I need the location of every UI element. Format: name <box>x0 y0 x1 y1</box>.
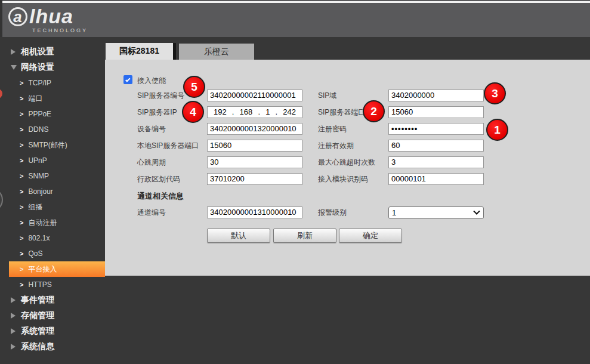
alarm-level-select[interactable]: 1 <box>388 206 484 219</box>
refresh-button[interactable]: 刷新 <box>273 229 336 243</box>
ip-octet: 192 <box>214 107 227 118</box>
sip-server-id-field[interactable]: 34020000002110000001 <box>207 90 302 101</box>
sidebar-item-bonjour[interactable]: Bonjour <box>0 184 105 199</box>
chevron-right-icon <box>20 126 23 133</box>
register-password-label: 注册密码 <box>318 123 347 135</box>
dahua-logo-rest: lhua <box>29 5 73 28</box>
annotation-badge-4: 4 <box>182 101 204 123</box>
header-top-line <box>2 1 590 3</box>
triangle-right-icon <box>11 344 16 350</box>
sidebar-item-label: SMTP(邮件) <box>28 140 67 150</box>
access-module-id-label: 接入模块识别码 <box>318 173 368 185</box>
local-sip-port-field[interactable]: 15060 <box>207 140 302 152</box>
sidebar-item-label: UPnP <box>28 156 47 165</box>
alarm-level-value: 1 <box>392 208 396 217</box>
chevron-right-icon <box>20 203 23 211</box>
sidebar-item-label: HTTPS <box>28 280 51 289</box>
sidebar-group-storage[interactable]: 存储管理 <box>0 308 105 323</box>
sidebar-group-label: 系统管理 <box>21 326 54 337</box>
sidebar-group-label: 网络设置 <box>21 62 54 73</box>
admin-region-code-field[interactable]: 37010200 <box>207 173 302 185</box>
channel-id-field[interactable]: 34020000001310000010 <box>207 206 302 218</box>
ip-octet: 1 <box>265 107 270 118</box>
register-valid-period-field[interactable]: 60 <box>388 140 484 152</box>
header-corner <box>0 0 2 37</box>
sidebar-item-multicast[interactable]: 组播 <box>0 199 105 215</box>
sidebar-item-label: TCP/IP <box>28 79 51 87</box>
channel-id-label: 通道编号 <box>137 206 166 218</box>
chevron-right-icon <box>20 219 23 226</box>
sidebar-item-label: 组播 <box>28 202 42 212</box>
max-heartbeat-timeouts-field[interactable]: 3 <box>388 156 484 168</box>
sidebar-group-label: 事件管理 <box>21 295 54 306</box>
sip-domain-field[interactable]: 3402000000 <box>388 90 484 101</box>
register-password-field[interactable]: •••••••• <box>388 123 484 135</box>
annotation-badge-2: 2 <box>363 100 385 122</box>
ip-octet: 242 <box>283 107 296 118</box>
register-valid-period-label: 注册有效期 <box>318 140 354 152</box>
sidebar-item-ddns[interactable]: DDNS <box>0 122 105 137</box>
chevron-right-icon <box>20 110 23 118</box>
sidebar-item-label: 端口 <box>28 94 42 104</box>
sidebar-group-system[interactable]: 系统管理 <box>0 323 105 339</box>
sidebar-item-auto-register[interactable]: 自动注册 <box>0 215 105 230</box>
dahua-logo-a-icon: a <box>8 7 27 26</box>
device-id-field[interactable]: 34020000001320000010 <box>207 123 302 135</box>
sip-server-port-field[interactable]: 15060 <box>388 106 484 118</box>
ip-octet: 168 <box>240 107 253 118</box>
enable-access-checkbox[interactable] <box>123 75 132 84</box>
chevron-right-icon <box>20 266 23 273</box>
sidebar-item-label: 平台接入 <box>28 264 57 274</box>
dahua-logo-subtitle: TECHNOLOGY <box>32 27 88 33</box>
sidebar-item-snmp[interactable]: SNMP <box>0 168 105 184</box>
heartbeat-cycle-field[interactable]: 30 <box>207 156 302 168</box>
sidebar-item-upnp[interactable]: UPnP <box>0 153 105 168</box>
enable-access-label: 接入使能 <box>137 76 166 86</box>
sidebar-group-event[interactable]: 事件管理 <box>0 292 105 308</box>
sidebar-item-smtp[interactable]: SMTP(邮件) <box>0 137 105 153</box>
chevron-right-icon <box>20 188 23 195</box>
sidebar-item-8021x[interactable]: 802.1x <box>0 230 105 246</box>
chevron-right-icon <box>20 157 23 164</box>
sidebar-item-label: Bonjour <box>28 187 52 196</box>
sidebar-item-platform-access[interactable]: 平台接入 <box>9 261 105 277</box>
dahua-logo: a lhua TECHNOLOGY <box>8 5 88 33</box>
sidebar-item-label: SNMP <box>28 172 49 180</box>
sidebar-item-https[interactable]: HTTPS <box>0 277 105 292</box>
alarm-level-label: 报警级别 <box>318 206 347 218</box>
annotation-badge-1: 1 <box>486 119 508 141</box>
chevron-right-icon <box>20 79 23 87</box>
tab-lechange[interactable]: 乐橙云 <box>179 44 254 60</box>
tab-gb28181[interactable]: 国标28181 <box>106 43 176 60</box>
sidebar-item-port[interactable]: 端口 <box>0 91 105 106</box>
sidebar-item-tcpip[interactable]: TCP/IP <box>0 75 105 91</box>
triangle-right-icon <box>11 49 16 55</box>
max-heartbeat-timeouts-label: 最大心跳超时次数 <box>318 156 375 168</box>
triangle-right-icon <box>11 313 16 319</box>
default-button[interactable]: 默认 <box>207 229 270 243</box>
chevron-right-icon <box>20 172 23 180</box>
sidebar-item-label: QoS <box>28 249 42 258</box>
sidebar-group-network[interactable]: 网络设置 <box>0 60 105 75</box>
confirm-button[interactable]: 确定 <box>339 229 402 243</box>
dahua-logo-text: a lhua <box>8 5 88 28</box>
sip-server-port-label: SIP服务器端口 <box>318 106 365 118</box>
chevron-right-icon <box>20 281 23 288</box>
gb28181-settings-panel: 接入使能 SIP服务器编号 34020000002110000001 SIP服务… <box>105 60 590 276</box>
sidebar-group-sysinfo[interactable]: 系统信息 <box>0 339 105 354</box>
sip-server-ip-label: SIP服务器IP <box>137 106 177 118</box>
sidebar-item-qos[interactable]: QoS <box>0 246 105 261</box>
chevron-down-icon <box>473 208 480 214</box>
chevron-right-icon <box>20 250 23 257</box>
annotation-badge-3: 3 <box>484 82 506 104</box>
sidebar-item-pppoe[interactable]: PPPoE <box>0 106 105 122</box>
sip-server-ip-field[interactable]: 192 . 168 . 1 . 242 <box>207 106 302 118</box>
chevron-right-icon <box>20 235 23 242</box>
access-module-id-field[interactable]: 00000101 <box>388 173 484 185</box>
sidebar-group-label: 系统信息 <box>21 341 54 352</box>
chevron-right-icon <box>20 141 23 149</box>
device-id-label: 设备编号 <box>137 123 166 135</box>
sip-domain-label: SIP域 <box>318 90 336 101</box>
local-sip-port-label: 本地SIP服务器端口 <box>137 140 199 152</box>
sidebar-group-camera[interactable]: 相机设置 <box>0 44 105 60</box>
